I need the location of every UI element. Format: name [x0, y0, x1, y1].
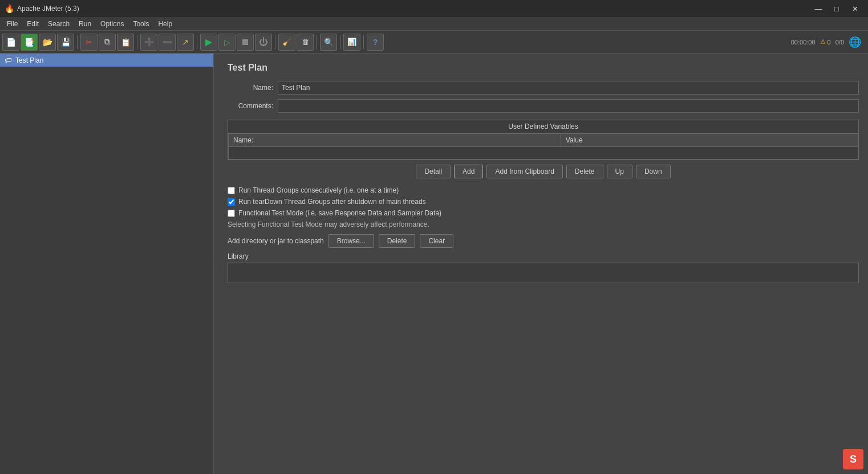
- cut-button[interactable]: ✂: [80, 34, 98, 51]
- window-controls: — □ ✕: [810, 3, 863, 14]
- checkboxes-section: Run Thread Groups consecutively (i.e. on…: [228, 186, 859, 217]
- clear-button[interactable]: 🧹: [278, 34, 295, 51]
- classpath-label: Add directory or jar to classpath: [228, 237, 324, 245]
- start-button[interactable]: ▶: [200, 34, 217, 51]
- sidebar-item-testplan[interactable]: 🏷 Test Plan: [0, 54, 213, 67]
- menu-search[interactable]: Search: [43, 19, 74, 29]
- sep3: [197, 35, 197, 49]
- menu-run[interactable]: Run: [74, 19, 96, 29]
- browse-button[interactable]: Browse...: [328, 234, 374, 248]
- detail-button[interactable]: Detail: [416, 165, 451, 178]
- down-button[interactable]: Down: [636, 165, 671, 178]
- app-title: Apache JMeter (5.3): [17, 5, 810, 13]
- empty-row: [229, 147, 858, 160]
- toggle-button[interactable]: ↗: [177, 34, 194, 51]
- checkbox-row-3: Functional Test Mode (i.e. save Response…: [228, 209, 859, 217]
- up-button[interactable]: Up: [607, 165, 632, 178]
- page-title: Test Plan: [228, 63, 859, 73]
- run-remote-button[interactable]: 📊: [343, 34, 360, 51]
- expand-button[interactable]: ➕: [140, 34, 157, 51]
- drag-handle[interactable]: ⋮: [214, 54, 218, 474]
- clear-classpath-button[interactable]: Clear: [420, 234, 453, 248]
- sidebar-item-label: Test Plan: [15, 56, 43, 64]
- table-actions: Detail Add Add from Clipboard Delete Up …: [228, 165, 859, 178]
- copy-button[interactable]: ⧉: [99, 34, 116, 51]
- sep7: [363, 35, 364, 49]
- clear-all-button[interactable]: 🗑: [297, 34, 314, 51]
- menu-edit[interactable]: Edit: [22, 19, 43, 29]
- sidebar: 🏷 Test Plan: [0, 54, 214, 474]
- hint-text: Selecting Functional Test Mode may adver…: [228, 220, 859, 228]
- empty-area: [229, 147, 858, 160]
- sep6: [340, 35, 340, 49]
- restore-button[interactable]: □: [828, 3, 845, 14]
- add-button[interactable]: Add: [454, 165, 483, 178]
- start-no-pause-button[interactable]: ▷: [218, 34, 236, 51]
- col-name: Name:: [229, 134, 561, 147]
- classpath-row: Add directory or jar to classpath Browse…: [228, 234, 859, 248]
- name-input[interactable]: [278, 81, 859, 95]
- paste-button[interactable]: 📋: [117, 34, 134, 51]
- toolbar: 📄 📑 📂 💾 ✂ ⧉ 📋 ➕ ➖ ↗ ▶ ▷ ⏹ ⏻ 🧹 🗑 🔍 📊 ? 00…: [0, 31, 868, 54]
- library-label: Library: [228, 252, 859, 260]
- menu-options[interactable]: Options: [96, 19, 128, 29]
- sep5: [317, 35, 317, 49]
- comments-row: Comments:: [228, 99, 859, 113]
- titlebar: 🔥 Apache JMeter (5.3) — □ ✕: [0, 0, 868, 17]
- checkbox-consecutive-label: Run Thread Groups consecutively (i.e. on…: [238, 186, 399, 194]
- collapse-button[interactable]: ➖: [159, 34, 176, 51]
- testplan-icon: 🏷: [5, 56, 12, 64]
- status-time: 00:00:00: [791, 39, 816, 46]
- status-warning: ⚠ 0: [820, 38, 831, 46]
- comments-input[interactable]: [278, 99, 859, 113]
- comments-label: Comments:: [228, 102, 273, 110]
- open-button[interactable]: 📂: [39, 34, 56, 51]
- templates-button[interactable]: 📑: [21, 34, 38, 51]
- app-icon: 🔥: [5, 4, 14, 13]
- checkbox-consecutive[interactable]: [228, 187, 235, 194]
- find-button[interactable]: 🔍: [320, 34, 337, 51]
- menu-tools[interactable]: Tools: [128, 19, 153, 29]
- udv-section: User Defined Variables Name: Value: [228, 120, 859, 160]
- library-empty: [229, 264, 857, 281]
- udv-table: Name: Value: [228, 133, 858, 160]
- add-clipboard-button[interactable]: Add from Clipboard: [486, 165, 562, 178]
- checkbox-teardown[interactable]: [228, 198, 235, 206]
- checkbox-functional-label: Functional Test Mode (i.e. save Response…: [238, 209, 441, 217]
- udv-tbody: [229, 147, 858, 160]
- checkbox-teardown-label: Run tearDown Thread Groups after shutdow…: [238, 198, 426, 206]
- menubar: File Edit Search Run Options Tools Help: [0, 17, 868, 31]
- sep4: [275, 35, 275, 49]
- close-button[interactable]: ✕: [846, 3, 863, 14]
- menu-help[interactable]: Help: [153, 19, 177, 29]
- content-area: Test Plan Name: Comments: User Defined V…: [218, 54, 868, 474]
- col-value: Value: [561, 134, 858, 147]
- shutdown-button[interactable]: ⏻: [255, 34, 272, 51]
- library-section: Library: [228, 252, 859, 283]
- checkbox-functional[interactable]: [228, 210, 235, 217]
- checkbox-row-2: Run tearDown Thread Groups after shutdow…: [228, 198, 859, 206]
- error-count: 0/0: [835, 39, 844, 46]
- name-row: Name:: [228, 81, 859, 95]
- menu-file[interactable]: File: [2, 19, 22, 29]
- sep1: [77, 35, 78, 49]
- classpath-delete-button[interactable]: Delete: [379, 234, 416, 248]
- save-button[interactable]: 💾: [57, 34, 74, 51]
- name-label: Name:: [228, 84, 273, 92]
- help-button[interactable]: ?: [367, 34, 384, 51]
- warning-count: 0: [828, 39, 831, 46]
- library-table: [228, 263, 859, 283]
- udv-title: User Defined Variables: [228, 120, 858, 133]
- checkbox-row-1: Run Thread Groups consecutively (i.e. on…: [228, 186, 859, 194]
- stop-button[interactable]: ⏹: [237, 34, 254, 51]
- new-button[interactable]: 📄: [2, 34, 19, 51]
- remote-icon: 🌐: [849, 36, 861, 48]
- minimize-button[interactable]: —: [810, 3, 827, 14]
- warning-icon: ⚠: [820, 38, 826, 46]
- toolbar-status: 00:00:00 ⚠ 0 0/0 🌐: [791, 36, 861, 48]
- main-layout: 🏷 Test Plan ⋮ Test Plan Name: Comments: …: [0, 54, 868, 474]
- bottom-right-logo: S: [843, 449, 863, 469]
- sep2: [137, 35, 137, 49]
- delete-button[interactable]: Delete: [566, 165, 603, 178]
